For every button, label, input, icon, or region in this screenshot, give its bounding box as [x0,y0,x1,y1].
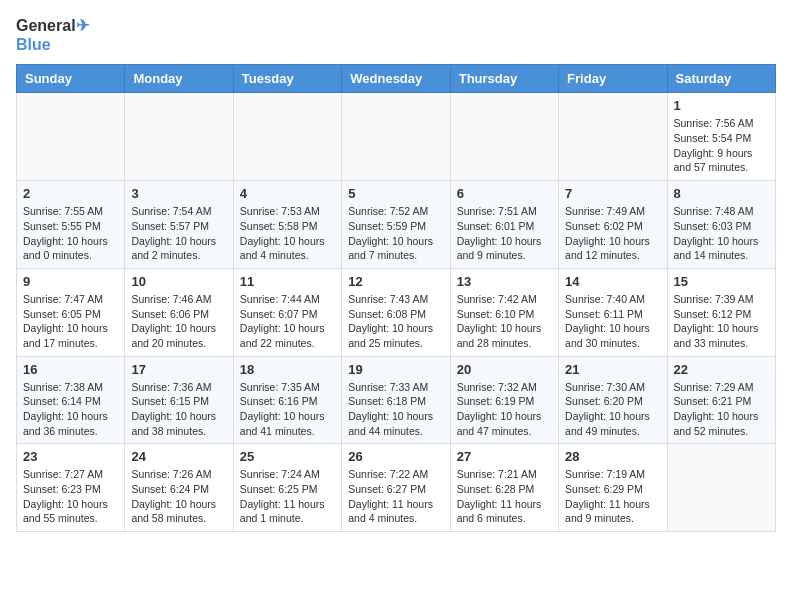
day-info: Sunrise: 7:21 AM Sunset: 6:28 PM Dayligh… [457,467,552,526]
day-number: 21 [565,362,660,377]
day-info: Sunrise: 7:30 AM Sunset: 6:20 PM Dayligh… [565,380,660,439]
calendar-cell: 26Sunrise: 7:22 AM Sunset: 6:27 PM Dayli… [342,444,450,532]
day-number: 4 [240,186,335,201]
day-info: Sunrise: 7:55 AM Sunset: 5:55 PM Dayligh… [23,204,118,263]
header: General✈ Blue [16,16,776,54]
calendar-cell: 2Sunrise: 7:55 AM Sunset: 5:55 PM Daylig… [17,181,125,269]
day-info: Sunrise: 7:19 AM Sunset: 6:29 PM Dayligh… [565,467,660,526]
header-wednesday: Wednesday [342,65,450,93]
header-tuesday: Tuesday [233,65,341,93]
calendar-cell: 24Sunrise: 7:26 AM Sunset: 6:24 PM Dayli… [125,444,233,532]
calendar-cell: 12Sunrise: 7:43 AM Sunset: 6:08 PM Dayli… [342,268,450,356]
day-number: 19 [348,362,443,377]
day-number: 17 [131,362,226,377]
calendar-cell [667,444,775,532]
calendar-cell: 6Sunrise: 7:51 AM Sunset: 6:01 PM Daylig… [450,181,558,269]
day-info: Sunrise: 7:36 AM Sunset: 6:15 PM Dayligh… [131,380,226,439]
day-info: Sunrise: 7:44 AM Sunset: 6:07 PM Dayligh… [240,292,335,351]
day-number: 12 [348,274,443,289]
day-number: 13 [457,274,552,289]
calendar-cell: 3Sunrise: 7:54 AM Sunset: 5:57 PM Daylig… [125,181,233,269]
calendar-week-5: 23Sunrise: 7:27 AM Sunset: 6:23 PM Dayli… [17,444,776,532]
day-info: Sunrise: 7:35 AM Sunset: 6:16 PM Dayligh… [240,380,335,439]
day-info: Sunrise: 7:48 AM Sunset: 6:03 PM Dayligh… [674,204,769,263]
header-saturday: Saturday [667,65,775,93]
day-info: Sunrise: 7:46 AM Sunset: 6:06 PM Dayligh… [131,292,226,351]
calendar-cell: 18Sunrise: 7:35 AM Sunset: 6:16 PM Dayli… [233,356,341,444]
calendar-cell: 22Sunrise: 7:29 AM Sunset: 6:21 PM Dayli… [667,356,775,444]
calendar-cell: 27Sunrise: 7:21 AM Sunset: 6:28 PM Dayli… [450,444,558,532]
day-info: Sunrise: 7:33 AM Sunset: 6:18 PM Dayligh… [348,380,443,439]
calendar-cell [559,93,667,181]
day-info: Sunrise: 7:38 AM Sunset: 6:14 PM Dayligh… [23,380,118,439]
header-thursday: Thursday [450,65,558,93]
day-number: 28 [565,449,660,464]
calendar-cell: 15Sunrise: 7:39 AM Sunset: 6:12 PM Dayli… [667,268,775,356]
day-info: Sunrise: 7:43 AM Sunset: 6:08 PM Dayligh… [348,292,443,351]
day-info: Sunrise: 7:52 AM Sunset: 5:59 PM Dayligh… [348,204,443,263]
calendar-cell: 25Sunrise: 7:24 AM Sunset: 6:25 PM Dayli… [233,444,341,532]
day-number: 16 [23,362,118,377]
logo: General✈ Blue [16,16,89,54]
calendar-cell: 8Sunrise: 7:48 AM Sunset: 6:03 PM Daylig… [667,181,775,269]
calendar-cell [125,93,233,181]
calendar-cell: 17Sunrise: 7:36 AM Sunset: 6:15 PM Dayli… [125,356,233,444]
day-info: Sunrise: 7:51 AM Sunset: 6:01 PM Dayligh… [457,204,552,263]
day-info: Sunrise: 7:42 AM Sunset: 6:10 PM Dayligh… [457,292,552,351]
day-number: 6 [457,186,552,201]
calendar-header-row: SundayMondayTuesdayWednesdayThursdayFrid… [17,65,776,93]
calendar-cell: 14Sunrise: 7:40 AM Sunset: 6:11 PM Dayli… [559,268,667,356]
calendar-cell: 23Sunrise: 7:27 AM Sunset: 6:23 PM Dayli… [17,444,125,532]
calendar-cell [233,93,341,181]
day-number: 3 [131,186,226,201]
day-number: 24 [131,449,226,464]
day-info: Sunrise: 7:54 AM Sunset: 5:57 PM Dayligh… [131,204,226,263]
calendar-cell: 16Sunrise: 7:38 AM Sunset: 6:14 PM Dayli… [17,356,125,444]
calendar-cell [450,93,558,181]
day-number: 7 [565,186,660,201]
day-info: Sunrise: 7:22 AM Sunset: 6:27 PM Dayligh… [348,467,443,526]
day-number: 20 [457,362,552,377]
calendar-table: SundayMondayTuesdayWednesdayThursdayFrid… [16,64,776,532]
day-number: 5 [348,186,443,201]
day-number: 26 [348,449,443,464]
day-number: 1 [674,98,769,113]
calendar-cell: 21Sunrise: 7:30 AM Sunset: 6:20 PM Dayli… [559,356,667,444]
day-info: Sunrise: 7:26 AM Sunset: 6:24 PM Dayligh… [131,467,226,526]
calendar-week-4: 16Sunrise: 7:38 AM Sunset: 6:14 PM Dayli… [17,356,776,444]
calendar-cell [17,93,125,181]
day-info: Sunrise: 7:40 AM Sunset: 6:11 PM Dayligh… [565,292,660,351]
header-friday: Friday [559,65,667,93]
calendar-cell: 7Sunrise: 7:49 AM Sunset: 6:02 PM Daylig… [559,181,667,269]
calendar-cell: 28Sunrise: 7:19 AM Sunset: 6:29 PM Dayli… [559,444,667,532]
calendar-cell: 9Sunrise: 7:47 AM Sunset: 6:05 PM Daylig… [17,268,125,356]
day-info: Sunrise: 7:24 AM Sunset: 6:25 PM Dayligh… [240,467,335,526]
day-number: 9 [23,274,118,289]
day-number: 23 [23,449,118,464]
calendar-cell [342,93,450,181]
day-number: 18 [240,362,335,377]
calendar-cell: 19Sunrise: 7:33 AM Sunset: 6:18 PM Dayli… [342,356,450,444]
day-number: 2 [23,186,118,201]
calendar-cell: 11Sunrise: 7:44 AM Sunset: 6:07 PM Dayli… [233,268,341,356]
day-info: Sunrise: 7:39 AM Sunset: 6:12 PM Dayligh… [674,292,769,351]
day-info: Sunrise: 7:49 AM Sunset: 6:02 PM Dayligh… [565,204,660,263]
day-number: 25 [240,449,335,464]
day-number: 27 [457,449,552,464]
header-monday: Monday [125,65,233,93]
calendar-cell: 1Sunrise: 7:56 AM Sunset: 5:54 PM Daylig… [667,93,775,181]
day-number: 14 [565,274,660,289]
calendar-cell: 10Sunrise: 7:46 AM Sunset: 6:06 PM Dayli… [125,268,233,356]
day-info: Sunrise: 7:56 AM Sunset: 5:54 PM Dayligh… [674,116,769,175]
calendar-cell: 4Sunrise: 7:53 AM Sunset: 5:58 PM Daylig… [233,181,341,269]
day-info: Sunrise: 7:53 AM Sunset: 5:58 PM Dayligh… [240,204,335,263]
calendar-week-2: 2Sunrise: 7:55 AM Sunset: 5:55 PM Daylig… [17,181,776,269]
day-number: 15 [674,274,769,289]
day-info: Sunrise: 7:27 AM Sunset: 6:23 PM Dayligh… [23,467,118,526]
calendar-cell: 20Sunrise: 7:32 AM Sunset: 6:19 PM Dayli… [450,356,558,444]
calendar-cell: 5Sunrise: 7:52 AM Sunset: 5:59 PM Daylig… [342,181,450,269]
day-number: 8 [674,186,769,201]
day-number: 10 [131,274,226,289]
day-info: Sunrise: 7:29 AM Sunset: 6:21 PM Dayligh… [674,380,769,439]
calendar-week-3: 9Sunrise: 7:47 AM Sunset: 6:05 PM Daylig… [17,268,776,356]
